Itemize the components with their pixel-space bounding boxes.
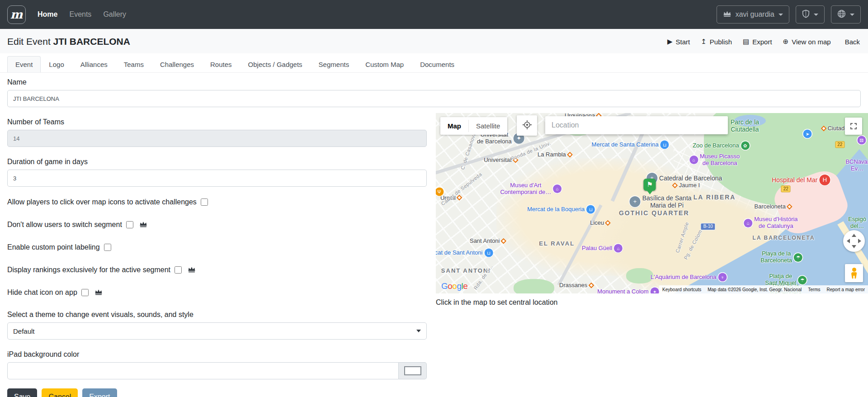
color-swatch: [404, 366, 421, 375]
map-label: Sant Antoni: [470, 238, 506, 245]
map-lake: [734, 115, 766, 127]
header-action-icon: [667, 38, 673, 46]
app-logo[interactable]: m: [7, 5, 26, 24]
name-label: Name: [7, 78, 427, 86]
checkbox[interactable]: [201, 198, 208, 206]
metro-icon: [567, 151, 573, 157]
map-commercial-area: [496, 158, 713, 276]
map-label: Liceu: [590, 220, 610, 227]
map-type-map-button[interactable]: Map: [440, 117, 468, 135]
header-action-link[interactable]: Export: [743, 38, 772, 46]
save-button[interactable]: Save: [7, 388, 37, 397]
name-input[interactable]: [7, 90, 861, 107]
tab[interactable]: Documents: [412, 56, 462, 72]
caret-down-icon: [850, 14, 854, 16]
map-label: ➤: [803, 129, 812, 138]
header-action-link[interactable]: View on map: [783, 38, 831, 46]
admin-menu-button[interactable]: [796, 5, 825, 24]
museum-icon: ⌂: [614, 244, 623, 253]
attribution-item[interactable]: Map data ©2026 Google, Inst. Geogr. Naci…: [704, 287, 805, 292]
tab[interactable]: Teams: [116, 56, 152, 72]
location-search-input[interactable]: [545, 116, 728, 134]
map-label: L'Aquàrium de Barcelona♆: [651, 273, 727, 282]
tab[interactable]: Custom Map: [357, 56, 412, 72]
map-label: GOTHIC QUARTER: [619, 209, 689, 217]
map-label: LA BARCELONETA: [753, 235, 815, 241]
header-action-link[interactable]: Start: [667, 38, 690, 46]
flag-icon: ⚑: [644, 179, 656, 191]
map-highway: [657, 156, 868, 293]
tab[interactable]: Routes: [202, 56, 240, 72]
checkbox[interactable]: [104, 244, 111, 251]
duration-input[interactable]: [7, 170, 427, 187]
my-location-button[interactable]: [517, 115, 537, 136]
beach-icon: ☂: [794, 253, 802, 262]
nav-link[interactable]: Events: [69, 10, 91, 19]
map-attribution: Keyboard shortcutsMap data ©2026 Google,…: [659, 285, 868, 293]
checkbox-list: Allow players to click over map icons to…: [7, 198, 427, 297]
checkbox-label: Display rankings exclusively for the act…: [7, 266, 170, 274]
map-port-channel: [663, 142, 868, 293]
google-logo-letter: o: [448, 281, 452, 291]
crosshair-icon: [522, 120, 532, 131]
checkbox[interactable]: [175, 266, 182, 274]
shield-icon: [802, 9, 810, 20]
tab[interactable]: Logo: [41, 56, 72, 72]
premium-crown-icon: [94, 288, 103, 297]
checkbox[interactable]: [126, 221, 133, 228]
map-label: Carrer de Sepulveda: [440, 171, 483, 206]
teams-input: [7, 130, 427, 147]
export-button[interactable]: Export: [82, 388, 117, 397]
nav-link[interactable]: Gallery: [103, 10, 126, 19]
checkbox-label: Hide chat icon on app: [7, 288, 77, 297]
map-label: Museu d'Art Contemporani de…⌂: [500, 182, 561, 196]
restaurant-icon: Ψ: [436, 187, 443, 196]
metro-icon: [501, 238, 507, 244]
header-action-link[interactable]: Publish: [701, 38, 732, 46]
map-type-satellite-button[interactable]: Satellite: [469, 117, 507, 135]
map-label: Barceloneta: [754, 203, 791, 210]
map-label: Platja de Sant Miquel☂: [765, 273, 807, 287]
map-label: Monument a Colom✦: [597, 288, 659, 294]
user-menu-button[interactable]: xavi guardia: [717, 5, 789, 24]
pan-up-icon: [852, 234, 856, 237]
attribution-item[interactable]: Keyboard shortcuts: [659, 287, 704, 292]
map-label: Mercat de Santa Caterina⊔: [592, 140, 669, 149]
cart-icon: ⊔: [660, 140, 669, 149]
tab[interactable]: Segments: [311, 56, 358, 72]
map-park-area: [626, 268, 653, 284]
tab[interactable]: Event: [7, 56, 41, 72]
event-location-marker[interactable]: ⚑: [644, 179, 656, 194]
tab[interactable]: Objects / Gadgets: [240, 56, 311, 72]
checkbox-row: Enable custom point labeling: [7, 243, 427, 252]
nav-link[interactable]: Home: [38, 10, 57, 19]
language-menu-button[interactable]: [831, 5, 861, 24]
pegman-button[interactable]: [845, 264, 863, 282]
map-label: Ronda de la Univ.: [510, 140, 552, 161]
header-action-label: View on map: [792, 38, 830, 46]
map-label: Rda. de S…: [472, 264, 494, 291]
map-canvas[interactable]: ⚑ Map Satellite: [436, 113, 868, 293]
attribution-item[interactable]: Terms: [805, 287, 823, 292]
caret-down-icon: [814, 14, 818, 16]
color-picker-button[interactable]: [399, 362, 427, 379]
cancel-button[interactable]: Cancel: [42, 388, 78, 397]
header-action-link[interactable]: Back: [842, 38, 860, 46]
tab[interactable]: Alliances: [72, 56, 116, 72]
checkbox[interactable]: [81, 289, 89, 296]
header-action-label: Publish: [710, 38, 732, 46]
attribution-item[interactable]: Report a map error: [824, 287, 868, 292]
fullscreen-button[interactable]: [845, 118, 862, 135]
map-label: Espigó del…: [848, 216, 866, 230]
tab[interactable]: Challenges: [152, 56, 202, 72]
map-label: LA RIBERA: [693, 193, 736, 200]
ipad-color-input[interactable]: [7, 362, 399, 379]
header-action-label: Start: [676, 38, 690, 46]
checkbox-row: Allow players to click over map icons to…: [7, 198, 427, 207]
map-label: +Catedral de Barcelona: [646, 173, 722, 184]
map-label: Parc de la Ciutadella: [731, 118, 759, 133]
pan-control[interactable]: [843, 230, 865, 252]
header-action-label: Export: [752, 38, 772, 46]
main-nav: Home Events Gallery: [38, 10, 126, 19]
theme-select[interactable]: Default: [7, 322, 427, 340]
